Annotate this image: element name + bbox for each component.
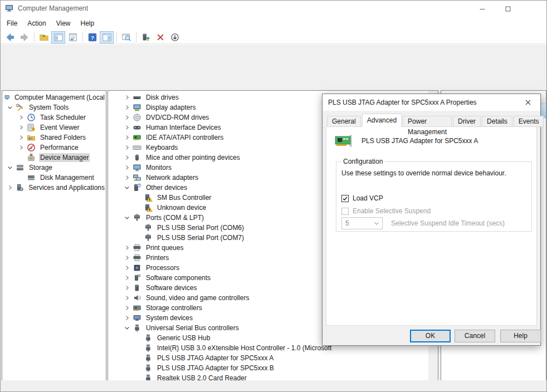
chevron-right-glyph bbox=[18, 134, 25, 141]
maximize-button[interactable] bbox=[495, 1, 521, 17]
tree-item-label: DVD/CD-ROM drives bbox=[145, 113, 210, 122]
dialog-close-button[interactable] bbox=[515, 95, 540, 111]
forward-button[interactable] bbox=[17, 31, 31, 43]
chevron-down-icon[interactable] bbox=[121, 183, 133, 192]
chevron-right-icon[interactable] bbox=[121, 173, 133, 182]
tree-item[interactable]: System Tools bbox=[2, 102, 106, 112]
properties-button[interactable] bbox=[66, 31, 80, 43]
tree-item-label: Storage bbox=[28, 163, 53, 172]
chevron-right-icon[interactable] bbox=[121, 93, 133, 102]
scan-hardware-button[interactable] bbox=[119, 31, 133, 43]
chevron-right-icon[interactable] bbox=[121, 293, 133, 302]
disable-button[interactable] bbox=[168, 31, 182, 43]
chevron-right-icon[interactable] bbox=[16, 123, 27, 132]
ok-button[interactable]: OK bbox=[410, 330, 451, 342]
chevron-right-icon[interactable] bbox=[121, 243, 133, 252]
tree-item[interactable]: Storage bbox=[2, 163, 106, 173]
chevron-right-icon[interactable] bbox=[121, 313, 133, 322]
tab-power-management[interactable]: Power Management bbox=[403, 116, 452, 127]
show-action-pane-button[interactable] bbox=[100, 31, 114, 43]
menu-action[interactable]: Action bbox=[22, 17, 51, 30]
checkbox-load-vcp[interactable]: Load VCP bbox=[341, 194, 383, 202]
tab-events[interactable]: Events bbox=[514, 116, 544, 127]
minimize-button[interactable] bbox=[470, 1, 495, 17]
panel-left-icon bbox=[53, 32, 64, 42]
toolbar-separator bbox=[116, 32, 117, 42]
update-driver-button[interactable] bbox=[139, 31, 153, 43]
tab-driver[interactable]: Driver bbox=[453, 116, 481, 127]
tree-item-label: Task Scheduler bbox=[39, 113, 87, 122]
help-button[interactable] bbox=[85, 31, 99, 43]
software-component-icon bbox=[133, 273, 141, 282]
tree-item-label: Network adapters bbox=[145, 173, 199, 182]
folder-icon bbox=[39, 32, 49, 42]
uninstall-button[interactable] bbox=[153, 31, 167, 43]
event-viewer-icon bbox=[27, 123, 36, 132]
chevron-down-icon[interactable] bbox=[121, 213, 133, 222]
menu-file[interactable]: File bbox=[2, 17, 22, 30]
chevron-right-icon[interactable] bbox=[121, 283, 133, 292]
serial-port-icon bbox=[144, 223, 153, 232]
back-button[interactable] bbox=[3, 31, 17, 43]
chevron-spacer bbox=[133, 364, 144, 373]
chevron-right-icon[interactable] bbox=[4, 183, 16, 192]
chevron-down-icon[interactable] bbox=[4, 163, 16, 172]
tree-item[interactable]: Task Scheduler bbox=[2, 112, 106, 122]
export-list-button[interactable] bbox=[37, 31, 51, 43]
tree-item[interactable]: Disk Management bbox=[2, 173, 106, 183]
tree-item-label: Processors bbox=[145, 263, 180, 272]
tree-item-label: PLS USB Serial Port (COM7) bbox=[156, 233, 245, 242]
tree-item-label: Software components bbox=[145, 273, 212, 282]
chevron-right-icon[interactable] bbox=[121, 123, 133, 132]
menu-help[interactable]: Help bbox=[76, 17, 100, 30]
chevron-right-icon[interactable] bbox=[121, 113, 133, 122]
chevron-right-icon[interactable] bbox=[121, 133, 133, 142]
chevron-right-icon[interactable] bbox=[16, 113, 27, 122]
tree-item[interactable]: Performance bbox=[2, 143, 106, 153]
checkbox-checked-icon[interactable] bbox=[341, 195, 349, 202]
chevron-down-icon[interactable] bbox=[4, 103, 16, 112]
network-adapter-icon bbox=[133, 173, 141, 182]
show-console-tree-button[interactable] bbox=[51, 31, 65, 43]
tree-item[interactable]: Device Manager bbox=[2, 153, 106, 163]
groupbox-label: Configuration bbox=[341, 158, 385, 165]
cancel-button[interactable]: Cancel bbox=[455, 330, 495, 342]
tab-general[interactable]: General bbox=[327, 116, 361, 127]
tree-item-label: Sound, video and game controllers bbox=[145, 293, 250, 302]
tree-item-label: Device Manager bbox=[39, 153, 90, 162]
tree-item[interactable]: Computer Management (Local bbox=[2, 92, 106, 102]
dvd-drive-icon bbox=[133, 113, 141, 122]
chevron-right-icon[interactable] bbox=[121, 153, 133, 162]
chevron-right-icon[interactable] bbox=[121, 253, 133, 262]
tree-item-label: Generic USB Hub bbox=[156, 334, 211, 342]
chevron-right-glyph bbox=[124, 264, 130, 271]
chevron-right-icon[interactable] bbox=[121, 163, 133, 172]
menu-view[interactable]: View bbox=[51, 17, 76, 30]
tree-item[interactable]: PLS USB JTAG Adapter for SPC5xxx B bbox=[108, 363, 428, 373]
tab-advanced[interactable]: Advanced bbox=[362, 114, 402, 127]
menu-bar: FileActionViewHelp bbox=[1, 16, 546, 31]
close-button[interactable] bbox=[521, 1, 546, 17]
tree-item-label: Storage controllers bbox=[145, 303, 203, 312]
software-device-icon bbox=[133, 283, 141, 292]
chevron-right-icon[interactable] bbox=[121, 143, 133, 152]
tree-item-label: Mice and other pointing devices bbox=[145, 153, 241, 162]
suspend-timeout-label: Selective Suspend Idle Timeout (secs) bbox=[391, 219, 505, 227]
tree-item[interactable]: Shared Folders bbox=[2, 133, 106, 143]
help-button[interactable]: Help bbox=[500, 330, 541, 342]
chevron-down-icon[interactable] bbox=[121, 324, 133, 332]
chevron-right-icon[interactable] bbox=[121, 303, 133, 312]
configuration-description: Use these settings to override normal de… bbox=[341, 169, 506, 177]
tree-item-label: System devices bbox=[145, 313, 194, 322]
chevron-right-icon[interactable] bbox=[121, 263, 133, 272]
update-icon bbox=[141, 32, 151, 42]
chevron-right-icon[interactable] bbox=[16, 143, 27, 152]
chevron-right-icon[interactable] bbox=[121, 103, 133, 112]
tab-details[interactable]: Details bbox=[482, 116, 512, 127]
chevron-right-glyph bbox=[124, 154, 130, 161]
chevron-right-icon[interactable] bbox=[16, 133, 27, 142]
tree-item[interactable]: Services and Applications bbox=[2, 183, 106, 193]
tree-item[interactable]: Event Viewer bbox=[2, 122, 106, 133]
chevron-right-icon[interactable] bbox=[121, 273, 133, 282]
tree-item[interactable]: PLS USB JTAG Adapter for SPC5xxx A bbox=[108, 353, 428, 363]
